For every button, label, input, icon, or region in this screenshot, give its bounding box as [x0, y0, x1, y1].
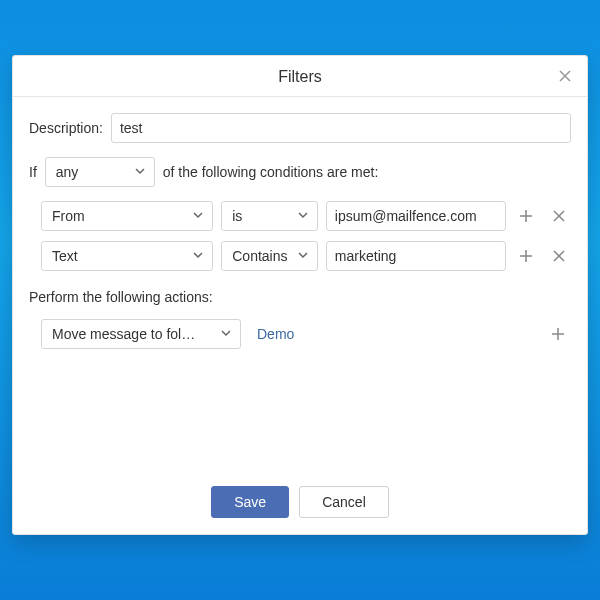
remove-icon — [552, 249, 566, 263]
add-action-button[interactable] — [545, 321, 571, 347]
chevron-down-icon — [134, 164, 146, 180]
cancel-button[interactable]: Cancel — [299, 486, 389, 518]
condition-field-select[interactable]: From — [41, 201, 213, 231]
condition-row: Text Contains — [41, 241, 571, 271]
action-target-link[interactable]: Demo — [257, 326, 537, 342]
chevron-down-icon — [192, 248, 204, 264]
condition-op-value: is — [232, 208, 242, 224]
remove-condition-button[interactable] — [546, 203, 571, 229]
save-button[interactable]: Save — [211, 486, 289, 518]
plus-icon — [550, 326, 566, 342]
condition-value-input[interactable] — [326, 241, 506, 271]
chevron-down-icon — [297, 248, 309, 264]
condition-row: From is — [41, 201, 571, 231]
condition-field-value: Text — [52, 248, 78, 264]
if-label: If — [29, 164, 37, 180]
condition-field-select[interactable]: Text — [41, 241, 213, 271]
actions-section-label: Perform the following actions: — [29, 289, 571, 305]
chevron-down-icon — [297, 208, 309, 224]
plus-icon — [518, 208, 534, 224]
condition-field-value: From — [52, 208, 85, 224]
remove-condition-button[interactable] — [546, 243, 571, 269]
condition-op-value: Contains — [232, 248, 287, 264]
remove-icon — [552, 209, 566, 223]
match-row: If any of the following conditions are m… — [29, 157, 571, 187]
filters-dialog: Filters Description: If any of the follo… — [12, 55, 588, 535]
description-label: Description: — [29, 120, 103, 136]
close-button[interactable] — [555, 66, 575, 86]
add-condition-button[interactable] — [514, 203, 539, 229]
action-row: Move message to fol… Demo — [41, 319, 571, 349]
plus-icon — [518, 248, 534, 264]
chevron-down-icon — [192, 208, 204, 224]
description-row: Description: — [29, 113, 571, 143]
dialog-body: Description: If any of the following con… — [13, 97, 587, 474]
condition-op-select[interactable]: Contains — [221, 241, 318, 271]
close-icon — [558, 69, 572, 83]
chevron-down-icon — [220, 326, 232, 342]
match-mode-value: any — [56, 164, 79, 180]
condition-op-select[interactable]: is — [221, 201, 318, 231]
if-tail-label: of the following conditions are met: — [163, 164, 379, 180]
match-mode-select[interactable]: any — [45, 157, 155, 187]
action-type-value: Move message to fol… — [52, 326, 214, 342]
condition-value-input[interactable] — [326, 201, 506, 231]
description-input[interactable] — [111, 113, 571, 143]
dialog-title: Filters — [29, 68, 571, 86]
dialog-header: Filters — [13, 56, 587, 97]
dialog-footer: Save Cancel — [13, 474, 587, 534]
action-type-select[interactable]: Move message to fol… — [41, 319, 241, 349]
add-condition-button[interactable] — [514, 243, 539, 269]
